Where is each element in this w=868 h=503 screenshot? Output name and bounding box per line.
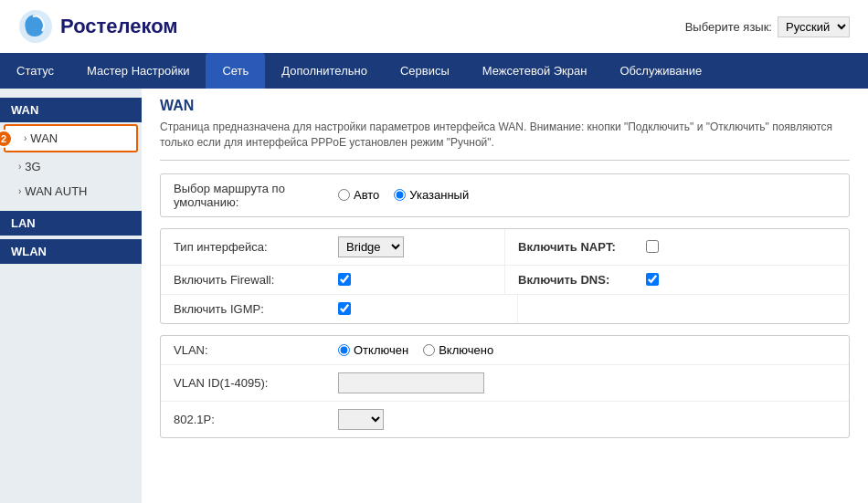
- nav-item-firewall[interactable]: Межсетевой Экран: [466, 53, 604, 89]
- firewall-checkbox[interactable]: [338, 273, 351, 286]
- sidebar: WAN 2 › WAN › 3G › WAN AUTH LAN WLAN: [0, 89, 142, 503]
- header: Ростелеком Выберите язык: Русский Englis…: [0, 0, 868, 53]
- firewall-label: Включить Firewall:: [174, 273, 338, 287]
- firewall-col: Включить Firewall:: [161, 266, 505, 294]
- sidebar-item-3g[interactable]: › 3G: [0, 154, 142, 179]
- route-manual-label: Указанный: [409, 188, 469, 202]
- route-section: Выбор маршрута по умолчанию: Авто Указан…: [160, 173, 850, 217]
- route-auto-label: Авто: [354, 188, 379, 202]
- arrow-icon-3g: ›: [18, 162, 21, 172]
- vlan-on-label: Включено: [439, 343, 493, 357]
- nav-item-wrapper-net: Сеть: [206, 53, 265, 89]
- vlan-id-row: VLAN ID(1-4095):: [161, 365, 849, 402]
- vlan-radio-group: Отключен Включено: [338, 343, 493, 357]
- language-selector: Выберите язык: Русский English: [685, 16, 850, 37]
- vlan-section: VLAN: Отключен Включено: [160, 335, 850, 438]
- vlan-id-input[interactable]: [338, 372, 484, 393]
- lang-select[interactable]: Русский English: [778, 16, 850, 37]
- dns-checkbox[interactable]: [646, 273, 659, 286]
- route-row: Выбор маршрута по умолчанию: Авто Указан…: [161, 174, 849, 216]
- nav-item-status[interactable]: Статус: [0, 53, 70, 89]
- napt-col: Включить NAPT:: [505, 229, 849, 265]
- vlan-on-radio[interactable]: [423, 344, 435, 356]
- firewall-dns-row: Включить Firewall: Включить DNS:: [161, 266, 849, 295]
- route-manual-radio[interactable]: [394, 189, 406, 201]
- sidebar-group-lan[interactable]: LAN: [0, 211, 142, 236]
- content-area: WAN Страница предназначена для настройки…: [142, 89, 868, 503]
- dot1p-control: 0 1 2 3 4 5 6 7: [338, 409, 836, 430]
- interface-type-col: Тип интерфейса: Bridge PPPoE DHCP Static: [161, 229, 505, 265]
- arrow-icon-wanauth: ›: [18, 186, 21, 196]
- nav-item-advanced[interactable]: Дополнительно: [265, 53, 384, 89]
- logo-text: Ростелеком: [60, 15, 178, 38]
- dot1p-label: 802.1P:: [174, 413, 338, 426]
- nav-item-services[interactable]: Сервисы: [384, 53, 466, 89]
- nav-item-wrapper-wizard: Мастер Настройки: [70, 53, 206, 89]
- nav-item-wrapper-advanced: Дополнительно: [265, 53, 384, 89]
- sidebar-group-wlan-wrapper: WLAN: [0, 239, 142, 264]
- sidebar-item-wan-label: WAN: [30, 131, 58, 145]
- route-manual-option[interactable]: Указанный: [394, 188, 469, 202]
- vlan-id-control: [338, 372, 836, 393]
- interface-type-label: Тип интерфейса:: [174, 240, 338, 254]
- route-auto-radio[interactable]: [338, 189, 350, 201]
- napt-label: Включить NAPT:: [518, 240, 646, 254]
- igmp-col: Включить IGMP:: [161, 295, 518, 323]
- sidebar-item-wanauth-label: WAN AUTH: [25, 184, 87, 198]
- vlan-off-radio[interactable]: [338, 344, 350, 356]
- dot1p-select[interactable]: 0 1 2 3 4 5 6 7: [338, 409, 384, 430]
- sidebar-group-wlan[interactable]: WLAN: [0, 239, 142, 264]
- logo: Ростелеком: [18, 9, 178, 44]
- sidebar-item-wan[interactable]: › WAN: [4, 124, 138, 152]
- main-content: WAN 2 › WAN › 3G › WAN AUTH LAN WLAN WAN…: [0, 89, 868, 503]
- arrow-icon-wan: ›: [24, 133, 26, 143]
- nav-item-wrapper-maintenance: Обслуживание: [603, 53, 718, 89]
- sidebar-group-wan[interactable]: WAN: [0, 98, 142, 122]
- igmp-checkbox[interactable]: [338, 302, 351, 315]
- sidebar-item-wanauth[interactable]: › WAN AUTH: [0, 179, 142, 204]
- interface-section: Тип интерфейса: Bridge PPPoE DHCP Static…: [160, 228, 850, 324]
- vlan-label: VLAN:: [174, 343, 338, 357]
- main-nav: Статус Мастер Настройки Сеть Дополнитель…: [0, 53, 868, 89]
- vlan-row: VLAN: Отключен Включено: [161, 336, 849, 365]
- sidebar-item-3g-label: 3G: [25, 160, 40, 173]
- dot1p-row: 802.1P: 0 1 2 3 4 5 6 7: [161, 402, 849, 437]
- route-auto-option[interactable]: Авто: [338, 188, 379, 202]
- route-label: Выбор маршрута по умолчанию:: [174, 182, 338, 209]
- vlan-on-option[interactable]: Включено: [423, 343, 493, 357]
- dns-col: Включить DNS:: [505, 266, 849, 294]
- nav-item-wrapper-services: Сервисы: [384, 53, 466, 89]
- page-title: WAN: [160, 98, 850, 114]
- route-radio-group: Авто Указанный: [338, 188, 469, 202]
- interface-type-select[interactable]: Bridge PPPoE DHCP Static: [338, 236, 404, 257]
- page-description: Страница предназначена для настройки пар…: [160, 120, 850, 161]
- nav-item-net[interactable]: Сеть: [206, 53, 265, 89]
- sidebar-group-lan-wrapper: LAN: [0, 211, 142, 236]
- sidebar-wan-row: 2 › WAN: [4, 124, 138, 152]
- igmp-label: Включить IGMP:: [174, 302, 338, 316]
- igmp-right-spacer: [518, 295, 849, 323]
- nav-item-wrapper-status: Статус: [0, 53, 70, 89]
- nav-item-wrapper-firewall: Межсетевой Экран: [466, 53, 604, 89]
- logo-icon: [18, 9, 53, 44]
- igmp-row: Включить IGMP:: [161, 295, 849, 323]
- nav-item-wizard[interactable]: Мастер Настройки: [70, 53, 206, 89]
- vlan-control: Отключен Включено: [338, 343, 836, 357]
- vlan-id-label: VLAN ID(1-4095):: [174, 376, 338, 390]
- vlan-off-label: Отключен: [354, 343, 408, 357]
- lang-label: Выберите язык:: [685, 20, 772, 34]
- route-control: Авто Указанный: [338, 188, 836, 202]
- interface-napt-row: Тип интерфейса: Bridge PPPoE DHCP Static…: [161, 229, 849, 266]
- vlan-off-option[interactable]: Отключен: [338, 343, 408, 357]
- dns-label: Включить DNS:: [518, 273, 646, 287]
- napt-checkbox[interactable]: [646, 240, 659, 253]
- nav-item-maintenance[interactable]: Обслуживание: [603, 53, 718, 89]
